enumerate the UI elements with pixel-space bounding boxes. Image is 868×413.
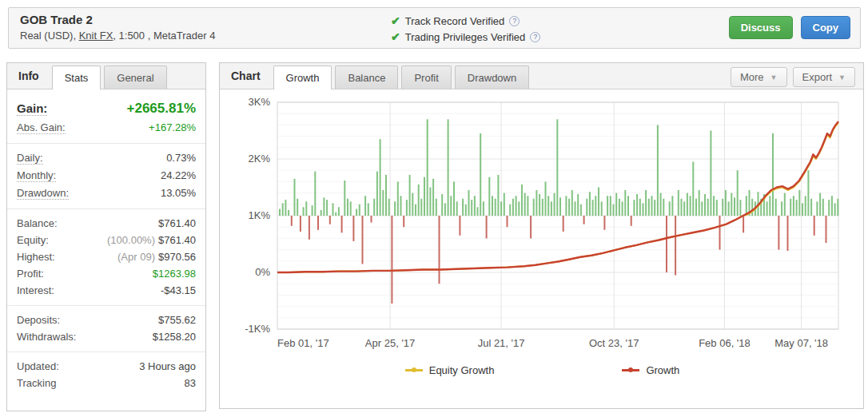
profit-bar [415,205,416,216]
chart-panel-title: Chart [231,69,261,82]
help-icon[interactable]: ? [509,16,520,26]
profit-bar [822,199,824,216]
info-panel-title: Info [18,69,39,82]
loss-bar [583,216,585,224]
profit-bar [524,193,526,216]
stats-group: Gain:+2665.81%Abs. Gain:+167.28% [7,93,205,144]
profit-bar [739,200,741,216]
y-axis-label: 0% [255,266,270,278]
profit-bar [645,190,647,216]
loss-bar [563,216,564,232]
stats-row: Highest:(Apr 09)$970.56 [17,248,196,265]
profit-bar [500,201,502,216]
stats-label: Balance: [17,217,58,229]
profit-bar [651,196,653,216]
stats-value: 13.05% [161,187,196,199]
loss-bar [486,216,488,238]
profit-bar [297,199,298,216]
profit-bar [589,192,591,216]
profit-bar [332,203,334,216]
profit-bar [683,201,685,216]
trading-privileges-label: Trading Privileges Verified [405,31,526,43]
account-info: GOB Trade 2 Real (USD), Knit FX, 1:500 ,… [20,13,215,42]
stats-label: Highest: [17,251,55,263]
profit-bar [699,190,700,216]
profit-bar [380,139,381,216]
stats-row: Balance:$761.40 [17,215,196,232]
profit-bar [595,196,596,216]
x-axis-label: Apr 25, '17 [365,337,415,349]
loss-bar [778,216,779,250]
legend-marker-dot [628,367,633,372]
legend-label: Equity Growth [429,364,495,376]
info-tab-strip: StatsGeneral [52,66,170,89]
profit-bar [282,203,284,216]
y-axis-label: -1K% [245,323,270,335]
stats-label[interactable]: Drawdown: [17,187,69,200]
more-button[interactable]: More ▼ [731,67,787,87]
loss-bar [291,216,293,226]
profit-bar [382,190,384,216]
profit-bar [819,193,821,216]
profit-bar [427,119,428,216]
stats-label: Tracking [17,377,56,389]
loss-bar [300,216,301,232]
profit-bar [504,193,505,216]
account-type-text: Real (USD), [20,30,79,42]
profit-bar [347,199,348,216]
profit-bar [805,196,806,216]
profit-bar [465,205,467,216]
chart-tab-balance[interactable]: Balance [335,66,398,89]
profit-bar [571,190,573,216]
stats-label[interactable]: Gain: [17,101,47,116]
profit-bar [710,131,711,216]
profit-bar [627,196,629,216]
checkmark-icon: ✔ [391,30,400,43]
profit-bar [545,181,547,216]
info-tab-general[interactable]: General [104,66,166,89]
chart-tab-growth[interactable]: Growth [273,66,332,89]
profit-bar [335,212,336,216]
loss-bar [371,216,372,223]
chart-panel-tabs: Chart GrowthBalanceProfitDrawdown More ▼… [220,63,863,89]
loss-bar [675,216,676,276]
chart-panel: Chart GrowthBalanceProfitDrawdown More ▼… [219,62,864,409]
stats-value: $1263.98 [153,268,196,280]
loss-bar [814,216,815,236]
stats-label: Equity: [17,234,49,246]
y-axis-label: 3K% [249,96,271,108]
profit-bar [488,177,490,216]
stats-label[interactable]: Monthly: [17,169,56,182]
chart-tab-profit[interactable]: Profit [401,66,451,89]
info-tab-stats[interactable]: Stats [52,66,102,89]
stats-row: Interest:-$43.15 [17,282,196,299]
profit-bar [775,199,777,216]
profit-bar [536,190,537,216]
profit-bar [462,199,464,216]
profit-bar [769,196,770,216]
account-platform-text: , 1:500 , MetaTrader 4 [113,30,215,42]
profit-bar [615,193,617,216]
checkmark-icon: ✔ [391,14,400,27]
copy-button[interactable]: Copy [801,16,851,39]
broker-link[interactable]: Knit FX [79,30,113,42]
legend-marker-icon [622,369,639,371]
stats-label[interactable]: Abs. Gain: [17,121,66,134]
legend-item-growth[interactable]: Growth [622,364,679,376]
profit-bar [429,188,431,216]
profit-bar [731,193,732,216]
legend-item-equity-growth[interactable]: Equity Growth [405,364,495,376]
legend-marker-dot [412,367,416,372]
discuss-button[interactable]: Discuss [729,16,793,39]
x-axis-label: Jul 21, '17 [478,337,525,349]
loss-bar [459,216,460,236]
stats-label[interactable]: Daily: [17,152,43,165]
profit-bar [657,125,659,216]
loss-bar [352,216,354,241]
stats-group: Updated:3 Hours agoTracking83 [7,352,205,398]
export-button[interactable]: Export ▼ [793,67,856,87]
help-icon[interactable]: ? [530,32,540,42]
profit-bar [663,199,664,216]
chart-tab-drawdown[interactable]: Drawdown [455,66,529,89]
x-axis-label: Oct 23, '17 [589,337,639,349]
